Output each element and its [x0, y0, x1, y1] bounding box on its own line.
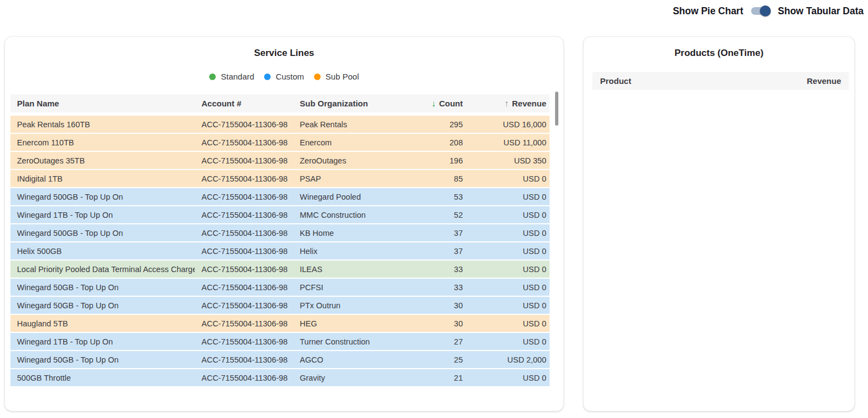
show-tabular-data-label: Show Tabular Data [778, 5, 864, 17]
cell-account: ACC-7155004-11306-98 [195, 265, 293, 274]
cell-account: ACC-7155004-11306-98 [195, 301, 293, 310]
table-row[interactable]: Haugland 5TBACC-7155004-11306-98HEG30USD… [10, 315, 550, 332]
table-row[interactable]: Winegard 50GB - Top Up OnACC-7155004-113… [10, 279, 550, 296]
cell-count: 33 [397, 283, 463, 292]
service-lines-table: Plan Name Account # Sub Organization ↓ C… [10, 94, 550, 386]
table-row[interactable]: Winegard 50GB - Top Up OnACC-7155004-113… [10, 297, 550, 314]
table-row[interactable]: Peak Rentals 160TBACC-7155004-11306-98Pe… [10, 116, 550, 133]
products-title: Products (OneTime) [584, 48, 854, 59]
cell-plan: Winegard 50GB - Top Up On [10, 283, 195, 292]
service-lines-body: Peak Rentals 160TBACC-7155004-11306-98Pe… [10, 116, 550, 386]
table-row[interactable]: Enercom 110TBACC-7155004-11306-98Enercom… [10, 134, 550, 151]
cell-plan: 500GB Throttle [10, 374, 195, 382]
cell-count: 25 [397, 355, 463, 364]
col-product[interactable]: Product [600, 76, 631, 86]
cell-plan: Winegard 1TB - Top Up On [10, 337, 195, 346]
cell-sub: Enercom [293, 138, 397, 147]
table-row[interactable]: Winegard 1TB - Top Up OnACC-7155004-1130… [10, 333, 550, 350]
col-product-revenue[interactable]: Revenue [807, 76, 841, 86]
products-header: Product Revenue [592, 72, 849, 90]
cell-account: ACC-7155004-11306-98 [195, 138, 293, 147]
legend-dot-icon [314, 74, 321, 80]
col-revenue[interactable]: ↑ Revenue [463, 99, 550, 108]
cell-sub: PTx Outrun [293, 301, 397, 310]
cell-count: 30 [397, 319, 463, 328]
table-row[interactable]: INdigital 1TBACC-7155004-11306-98PSAP85U… [10, 170, 550, 187]
legend-dot-icon [264, 74, 271, 80]
cell-count: 27 [397, 337, 463, 346]
cell-account: ACC-7155004-11306-98 [195, 319, 293, 328]
table-row[interactable]: Helix 500GBACC-7155004-11306-98Helix37US… [10, 242, 550, 259]
legend-label: Sub Pool [326, 72, 359, 81]
cell-account: ACC-7155004-11306-98 [195, 174, 293, 183]
legend-item-standard[interactable]: Standard [209, 72, 254, 81]
cell-count: 53 [397, 193, 463, 201]
table-row[interactable]: ZeroOutages 35TBACC-7155004-11306-98Zero… [10, 152, 550, 169]
cell-plan: Winegard 50GB - Top Up On [10, 355, 195, 364]
table-row[interactable]: Winegard 50GB - Top Up OnACC-7155004-113… [10, 351, 550, 368]
col-account-number[interactable]: Account # [195, 99, 293, 108]
cell-sub: ZeroOutages [293, 156, 397, 165]
vertical-scrollbar-thumb[interactable] [555, 92, 558, 126]
cell-account: ACC-7155004-11306-98 [195, 229, 293, 238]
col-sub-organization[interactable]: Sub Organization [293, 99, 397, 108]
cell-count: 208 [397, 138, 463, 147]
cell-plan: Enercom 110TB [10, 138, 195, 147]
cell-count: 52 [397, 211, 463, 219]
table-row[interactable]: Winegard 500GB - Top Up OnACC-7155004-11… [10, 224, 550, 241]
cell-revenue: USD 0 [463, 319, 550, 328]
cell-account: ACC-7155004-11306-98 [195, 247, 293, 256]
cell-sub: Winegard Pooled [293, 193, 397, 201]
cell-plan: Winegard 50GB - Top Up On [10, 301, 195, 310]
cell-count: 295 [397, 120, 463, 129]
cell-revenue: USD 350 [463, 156, 550, 165]
cell-sub: Helix [293, 247, 397, 256]
cell-count: 30 [397, 301, 463, 310]
cell-count: 21 [397, 374, 463, 382]
cell-plan: Winegard 500GB - Top Up On [10, 193, 195, 201]
cell-revenue: USD 16,000 [463, 120, 550, 129]
cell-revenue: USD 0 [463, 301, 550, 310]
cell-account: ACC-7155004-11306-98 [195, 156, 293, 165]
cell-plan: INdigital 1TB [10, 174, 195, 183]
cell-revenue: USD 0 [463, 283, 550, 292]
products-card: Products (OneTime) Product Revenue [583, 36, 855, 411]
service-lines-card: Service Lines StandardCustomSub Pool Pla… [4, 36, 564, 411]
cell-revenue: USD 0 [463, 211, 550, 219]
table-row[interactable]: 500GB ThrottleACC-7155004-11306-98Gravit… [10, 369, 550, 386]
table-row[interactable]: Local Priority Pooled Data Terminal Acce… [10, 261, 550, 278]
cell-sub: ILEAS [293, 265, 397, 274]
cell-plan: Haugland 5TB [10, 319, 195, 328]
table-row[interactable]: Winegard 500GB - Top Up OnACC-7155004-11… [10, 188, 550, 205]
legend-item-subpool[interactable]: Sub Pool [314, 72, 359, 81]
cell-revenue: USD 0 [463, 229, 550, 238]
cell-count: 196 [397, 156, 463, 165]
view-toggle-switch[interactable] [751, 5, 771, 16]
cell-sub: Gravity [293, 374, 397, 382]
cell-revenue: USD 2,000 [463, 355, 550, 364]
cell-count: 37 [397, 229, 463, 238]
col-plan-name[interactable]: Plan Name [10, 99, 195, 108]
cell-plan: Winegard 1TB - Top Up On [10, 211, 195, 219]
cell-sub: HEG [293, 319, 397, 328]
col-count-label: Count [439, 99, 463, 108]
cell-plan: Local Priority Pooled Data Terminal Acce… [10, 265, 195, 274]
cell-revenue: USD 0 [463, 265, 550, 274]
cell-sub: PCFSI [293, 283, 397, 292]
cell-sub: Turner Construction [293, 337, 397, 346]
switch-knob [760, 5, 771, 16]
legend-item-custom[interactable]: Custom [264, 72, 304, 81]
cell-account: ACC-7155004-11306-98 [195, 120, 293, 129]
cell-sub: AGCO [293, 355, 397, 364]
col-count[interactable]: ↓ Count [397, 99, 463, 108]
cell-revenue: USD 11,000 [463, 138, 550, 147]
legend-label: Standard [221, 72, 254, 81]
cell-plan: Peak Rentals 160TB [10, 120, 195, 129]
table-row[interactable]: Winegard 1TB - Top Up OnACC-7155004-1130… [10, 206, 550, 223]
cell-revenue: USD 0 [463, 193, 550, 201]
cell-account: ACC-7155004-11306-98 [195, 355, 293, 364]
cell-count: 37 [397, 247, 463, 256]
cell-account: ACC-7155004-11306-98 [195, 211, 293, 219]
service-lines-header: Plan Name Account # Sub Organization ↓ C… [10, 94, 550, 112]
cell-plan: ZeroOutages 35TB [10, 156, 195, 165]
